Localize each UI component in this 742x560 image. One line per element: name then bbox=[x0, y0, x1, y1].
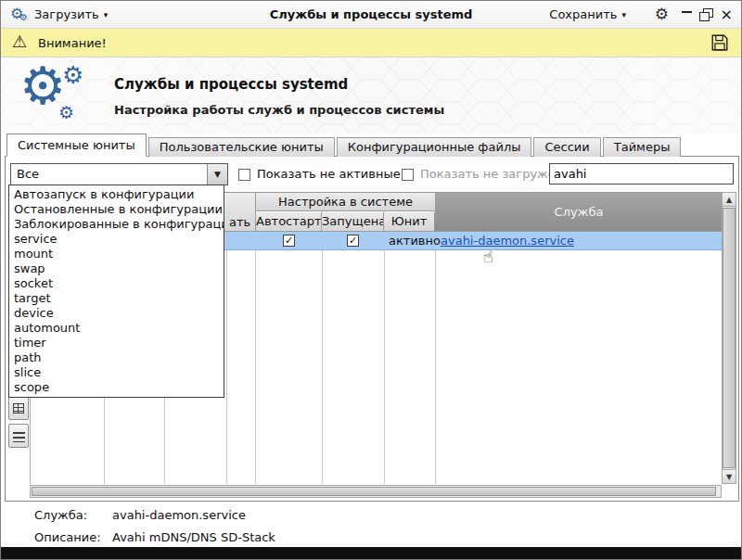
dropdown-option[interactable]: automount bbox=[9, 321, 224, 336]
hand-cursor-icon: ☝ bbox=[483, 247, 493, 266]
horizontal-scrollbar-thumb[interactable] bbox=[32, 487, 716, 496]
dropdown-option[interactable]: slice bbox=[9, 365, 224, 380]
dropdown-option[interactable]: mount bbox=[9, 247, 224, 261]
dropdown-option[interactable]: socket bbox=[9, 276, 224, 291]
settings-gear-button[interactable]: ⚙ bbox=[655, 5, 669, 23]
service-detail-value: avahi-daemon.service bbox=[112, 508, 246, 522]
column-header-running[interactable]: Запущена bbox=[322, 212, 384, 232]
save-button-label: Сохранить bbox=[549, 7, 617, 21]
running-checkbox[interactable]: ✓ bbox=[347, 235, 359, 247]
service-link[interactable]: avahi-daemon.service bbox=[441, 234, 574, 248]
show-inactive-label: Показать не активные bbox=[257, 167, 401, 181]
maximize-button[interactable] bbox=[699, 8, 712, 20]
scroll-down-arrow-icon[interactable]: ▼ bbox=[723, 469, 736, 483]
view-list-button[interactable] bbox=[8, 424, 29, 448]
chevron-down-icon: ▼ bbox=[214, 170, 221, 179]
view-grid-button[interactable] bbox=[8, 396, 29, 420]
vertical-scrollbar[interactable]: ▲ ▼ bbox=[722, 192, 736, 484]
gears-logo-icon: ⚙ bbox=[62, 61, 83, 89]
description-detail-value: Avahi mDNS/DNS SD-Stack bbox=[112, 530, 275, 544]
unit-state-cell: активно bbox=[389, 234, 441, 248]
page-title: Службы и процессы systemd bbox=[114, 76, 348, 93]
minimize-button[interactable] bbox=[681, 8, 693, 20]
app-header: ⚙ ⚙ ⚙ Службы и процессы systemd Настройк… bbox=[1, 57, 741, 134]
bottom-bar bbox=[1, 547, 741, 560]
column-header-partial: ать bbox=[229, 215, 250, 229]
tab-user-units[interactable]: Пользовательские юниты bbox=[148, 137, 335, 157]
scroll-up-arrow-icon[interactable]: ▲ bbox=[723, 193, 736, 207]
warning-icon: ⚠ bbox=[12, 32, 27, 51]
tab-system-units[interactable]: Системные юниты bbox=[6, 134, 147, 157]
dropdown-option[interactable]: scope bbox=[9, 380, 224, 395]
dropdown-option[interactable]: path bbox=[9, 350, 224, 365]
tab-timers[interactable]: Таймеры bbox=[603, 137, 682, 157]
list-icon bbox=[13, 432, 25, 442]
dropdown-option[interactable]: timer bbox=[9, 336, 224, 350]
filter-dropdown-list: Автозапуск в конфигурации Остановленные … bbox=[8, 185, 224, 398]
column-group-header: Настройка в системе bbox=[256, 193, 436, 211]
close-button[interactable]: × bbox=[721, 6, 733, 23]
autostart-checkbox[interactable]: ✓ bbox=[283, 235, 295, 247]
description-detail-label: Описание: bbox=[34, 530, 101, 544]
dropdown-option[interactable]: service bbox=[9, 232, 224, 247]
gears-logo-icon: ⚙ bbox=[58, 102, 74, 122]
dropdown-option[interactable]: Автозапуск в конфигурации bbox=[9, 187, 224, 202]
app-window: ⚙ ⚙ Загрузить▾ Службы и процессы systemd… bbox=[0, 0, 742, 560]
horizontal-scrollbar[interactable] bbox=[30, 485, 722, 498]
warning-text: Внимание! bbox=[38, 36, 107, 50]
column-header-service[interactable]: Служба bbox=[435, 193, 723, 232]
unit-filter-combobox[interactable]: Все ▼ bbox=[10, 163, 228, 185]
search-input[interactable] bbox=[549, 163, 734, 185]
tab-config-files[interactable]: Конфигурационные файлы bbox=[337, 137, 532, 157]
tab-sessions[interactable]: Сессии bbox=[533, 137, 600, 157]
vertical-scrollbar-thumb[interactable] bbox=[723, 208, 736, 468]
warning-bar: ⚠ Внимание! bbox=[1, 29, 741, 57]
column-header-autostart[interactable]: Автостарт bbox=[256, 212, 322, 232]
page-subtitle: Настройка работы служб и процессов систе… bbox=[114, 103, 444, 117]
dropdown-option[interactable]: Остановленные в конфигурации bbox=[9, 202, 224, 217]
combobox-dropdown-button[interactable]: ▼ bbox=[207, 164, 227, 185]
save-button[interactable]: Сохранить▾ bbox=[549, 7, 626, 21]
chevron-down-icon: ▾ bbox=[621, 10, 626, 19]
show-inactive-checkbox[interactable] bbox=[238, 169, 250, 181]
combobox-value: Все bbox=[17, 167, 39, 181]
grid-icon bbox=[13, 403, 24, 414]
service-detail-label: Служба: bbox=[34, 508, 87, 522]
dropdown-option[interactable]: device bbox=[9, 306, 224, 321]
hexagon-pattern bbox=[1, 57, 741, 134]
titlebar: ⚙ ⚙ Загрузить▾ Службы и процессы systemd… bbox=[1, 1, 741, 29]
column-header-unit[interactable]: Юнит bbox=[384, 212, 435, 232]
save-floppy-button[interactable] bbox=[710, 32, 730, 56]
window-title: Службы и процессы systemd bbox=[1, 7, 741, 21]
show-unloaded-checkbox[interactable] bbox=[402, 169, 414, 181]
dropdown-option[interactable]: Заблокированные в конфигурации bbox=[9, 217, 224, 232]
dropdown-option[interactable]: swap bbox=[9, 261, 224, 276]
tab-bar: Системные юниты Пользовательские юниты К… bbox=[6, 134, 683, 157]
floppy-icon bbox=[710, 32, 730, 53]
dropdown-option[interactable]: target bbox=[9, 291, 224, 306]
